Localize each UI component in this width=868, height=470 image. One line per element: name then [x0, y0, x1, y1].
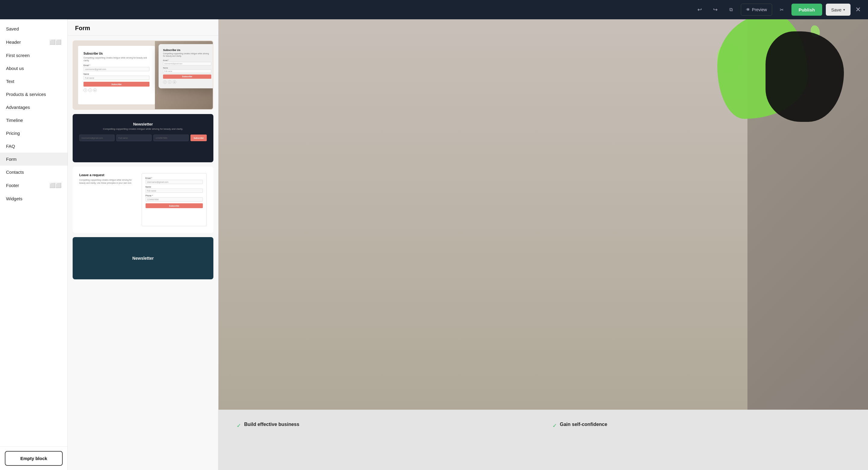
close-button[interactable]: ✕: [855, 6, 861, 13]
eye-icon: 👁: [746, 7, 750, 12]
sidebar-item-widgets[interactable]: Widgets: [0, 192, 67, 205]
sidebar-item-about-us[interactable]: About us: [0, 62, 67, 75]
sidebar-item-pricing[interactable]: Pricing: [0, 127, 67, 140]
social-icons: f t in: [84, 88, 150, 92]
popup-social-icons: f t in: [163, 80, 211, 84]
sidebar-item-advantages[interactable]: Advantages: [0, 101, 67, 114]
popup-name-input: Full name: [163, 69, 211, 73]
preview-button[interactable]: 👁 Preview: [741, 4, 772, 16]
canvas-bottom: ✓ Build effective business ✓ Gain self-c…: [218, 410, 868, 470]
redo-button[interactable]: ↪: [710, 4, 721, 16]
sidebar-item-footer[interactable]: Footer ⬜⬜: [0, 179, 67, 192]
scissors-icon: ✂: [780, 7, 784, 13]
popup-subtitle: Compelling copywriting creates intrigue …: [163, 53, 211, 58]
popup-email-label: Email *: [163, 59, 211, 61]
sidebar: Saved Header ⬜⬜ First screen About us Te…: [0, 19, 68, 470]
form-card-subscribe-photo[interactable]: Subscribe Us Compelling copywriting crea…: [73, 40, 213, 110]
toolbar: ↩ ↪ ⧉ 👁 Preview ✂ Publish Save ▾ ✕: [0, 0, 868, 19]
black-shape: [766, 31, 844, 122]
sidebar-item-text[interactable]: Text: [0, 75, 67, 88]
sidebar-bottom: Empty block: [0, 446, 67, 470]
sidebar-item-timeline[interactable]: Timeline: [0, 114, 67, 127]
canvas: ✓ Build effective business ✓ Gain self-c…: [218, 19, 868, 470]
form-card-newsletter-teal[interactable]: Newsletter: [73, 237, 213, 280]
canvas-background: ✓ Build effective business ✓ Gain self-c…: [218, 19, 868, 470]
sidebar-item-header[interactable]: Header ⬜⬜: [0, 35, 67, 49]
panel-cards: Subscribe Us Compelling copywriting crea…: [68, 36, 218, 470]
check-item-1: ✓ Build effective business: [237, 422, 534, 429]
lr-subscribe-btn: Subscribe: [146, 203, 203, 208]
close-icon: ✕: [855, 6, 861, 13]
canvas-content: ✓ Build effective business ✓ Gain self-c…: [218, 19, 868, 470]
popup-name-label: Name: [163, 67, 211, 69]
sidebar-item-saved[interactable]: Saved: [0, 22, 67, 35]
main-area: Saved Header ⬜⬜ First screen About us Te…: [0, 19, 868, 470]
popup-subscribe-btn: Subscribe: [163, 75, 211, 79]
canvas-col-2: ✓ Gain self-confidence: [553, 422, 850, 458]
name-input-preview: Full name: [84, 76, 150, 80]
screen-icon-footer: ⬜⬜: [50, 182, 61, 188]
newsletter-dark-inputs: Username@gmail.com Full name 1234567890 …: [79, 135, 207, 141]
check-icon-2: ✓: [553, 422, 557, 429]
lr-email-label: Email *: [146, 177, 203, 179]
dropdown-icon: ▾: [843, 8, 845, 12]
screen-icon-header: ⬜⬜: [50, 39, 61, 45]
publish-button[interactable]: Publish: [792, 4, 822, 16]
copy-button[interactable]: ⧉: [725, 4, 737, 16]
settings-button[interactable]: ✂: [776, 4, 788, 16]
popup-overlay[interactable]: Subscribe Us Compelling copywriting crea…: [158, 44, 213, 88]
check-text-1: Build effective business: [244, 422, 299, 427]
newsletter-dark-title: Newsletter: [79, 122, 207, 126]
form-card-newsletter-dark[interactable]: Newsletter Compelling copywriting create…: [73, 114, 213, 162]
popup-social-2: t: [168, 80, 172, 84]
check-item-2: ✓ Gain self-confidence: [553, 422, 850, 429]
nl-subscribe-btn: Subscribe: [190, 135, 207, 141]
check-text-2: Gain self-confidence: [560, 422, 607, 427]
social-icon-3: in: [93, 88, 97, 92]
copy-icon: ⧉: [730, 7, 733, 12]
undo-button[interactable]: ↩: [694, 4, 706, 16]
form-box-subscribe: Subscribe Us Compelling copywriting crea…: [78, 46, 155, 105]
social-icon-2: t: [88, 88, 92, 92]
undo-icon: ↩: [698, 6, 702, 13]
publish-label: Publish: [799, 7, 815, 12]
empty-block-button[interactable]: Empty block: [5, 451, 63, 466]
canvas-hero: [218, 19, 868, 410]
leave-request-right: Email * Username@gmail.com Name Full nam…: [142, 173, 207, 226]
save-button[interactable]: Save ▾: [826, 4, 850, 16]
social-icon-1: f: [84, 88, 87, 92]
sidebar-item-faq[interactable]: FAQ: [0, 140, 67, 153]
lr-name-label: Name: [146, 186, 203, 188]
popup-social-3: in: [173, 80, 176, 84]
panel-title: Form: [68, 19, 218, 36]
sidebar-item-form[interactable]: Form: [0, 153, 67, 166]
leave-request-subtitle: Compelling copywriting creates intrigue …: [79, 179, 137, 185]
lr-name-input: Full name: [146, 188, 203, 193]
lr-phone-input: 1234567890: [146, 197, 203, 202]
newsletter-teal-title: Newsletter: [132, 256, 154, 261]
leave-request-left: Leave a request Compelling copywriting c…: [79, 173, 137, 226]
panel: Form Subscribe Us Compelling copywriting…: [68, 19, 218, 470]
newsletter-dark-subtitle: Compelling copywriting creates intrigue …: [79, 127, 207, 130]
nl-name-input: Full name: [116, 135, 152, 141]
check-icon-1: ✓: [237, 422, 241, 429]
canvas-col-1: ✓ Build effective business: [237, 422, 534, 458]
sidebar-item-first-screen[interactable]: First screen: [0, 49, 67, 62]
sidebar-nav: Saved Header ⬜⬜ First screen About us Te…: [0, 19, 67, 446]
lr-email-input: Username@gmail.com: [146, 180, 203, 184]
lr-phone-label: Phone *: [146, 195, 203, 197]
subscribe-btn-preview: Subscribe: [84, 82, 150, 87]
sidebar-item-contacts[interactable]: Contacts: [0, 166, 67, 179]
leave-request-title: Leave a request: [79, 173, 137, 177]
sidebar-item-products-services[interactable]: Products & services: [0, 88, 67, 101]
email-input-preview: username@gmail.com: [84, 67, 150, 71]
form-card-leave-request[interactable]: Leave a request Compelling copywriting c…: [73, 167, 213, 233]
redo-icon: ↪: [713, 6, 718, 13]
nl-phone-input: 1234567890: [153, 135, 189, 141]
popup-social-1: f: [163, 80, 167, 84]
preview-label: Preview: [752, 7, 767, 12]
popup-email-input: username@gmail.com: [163, 62, 211, 65]
save-label: Save: [831, 7, 841, 12]
popup-title: Subscribe Us: [163, 49, 211, 52]
bg-wall: [218, 19, 747, 410]
